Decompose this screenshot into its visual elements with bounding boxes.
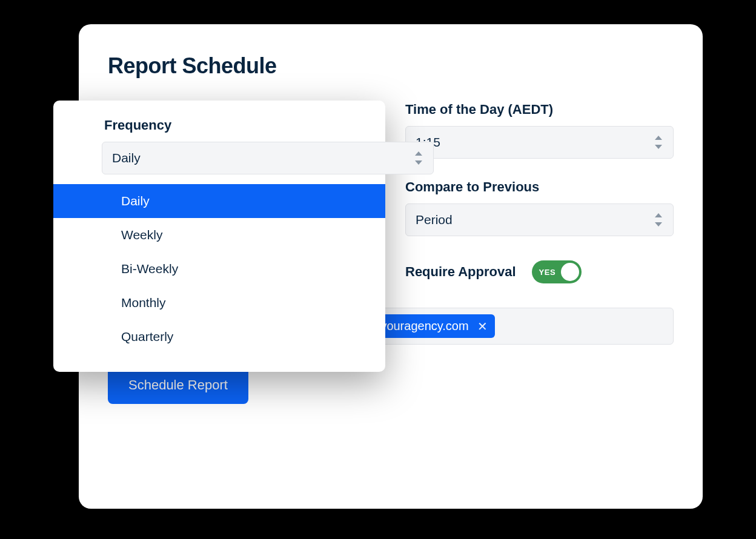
toggle-knob: [561, 263, 579, 281]
frequency-label: Frequency: [53, 117, 385, 142]
chevron-sort-icon: [414, 151, 423, 165]
frequency-option[interactable]: Weekly: [53, 218, 385, 252]
compare-field: Compare to Previous Period: [405, 179, 674, 236]
frequency-option[interactable]: Bi-Weekly: [53, 252, 385, 286]
approval-field: Require Approval YES: [405, 257, 674, 287]
chevron-sort-icon: [654, 213, 663, 227]
frequency-option[interactable]: Quarterly: [53, 320, 385, 354]
frequency-options-list: DailyWeeklyBi-WeeklyMonthlyQuarterly: [53, 184, 385, 354]
time-select[interactable]: 1:15: [405, 126, 674, 159]
frequency-option[interactable]: Daily: [53, 184, 385, 218]
chevron-sort-icon: [654, 136, 663, 149]
frequency-dropdown-panel: Frequency Daily DailyWeeklyBi-WeeklyMont…: [53, 101, 385, 372]
frequency-option[interactable]: Monthly: [53, 286, 385, 320]
page-title: Report Schedule: [108, 53, 674, 79]
time-label: Time of the Day (AEDT): [405, 102, 674, 117]
toggle-state: YES: [539, 268, 556, 277]
approval-label: Require Approval: [405, 264, 516, 280]
schedule-report-button[interactable]: Schedule Report: [108, 366, 248, 404]
frequency-value: Daily: [112, 151, 141, 165]
compare-label: Compare to Previous: [405, 179, 674, 195]
compare-value: Period: [416, 213, 453, 227]
compare-select[interactable]: Period: [405, 203, 674, 236]
time-field: Time of the Day (AEDT) 1:15: [405, 102, 674, 159]
approval-toggle[interactable]: YES: [532, 260, 582, 283]
remove-chip-icon[interactable]: ✕: [477, 320, 488, 332]
frequency-select-open[interactable]: Daily: [102, 142, 434, 174]
